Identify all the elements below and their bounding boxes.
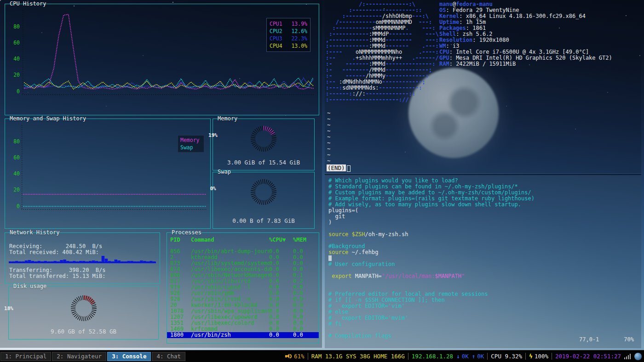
- memory-percent: 19%: [197, 119, 229, 151]
- sort-by-cpu[interactable]: %CPU▼: [269, 237, 293, 243]
- net-up[interactable]: ↑0K: [472, 353, 484, 360]
- terminal-line: RAM: 2422MiB / 15911MiB: [439, 61, 612, 67]
- cpu-legend-row: CPU4 13.0%: [270, 42, 307, 50]
- net-receiving: Receiving: 248.50 B/s: [9, 243, 102, 249]
- separator: [487, 353, 488, 360]
- vim-terminal-window[interactable]: # Which plugins would you like to load?#…: [325, 174, 641, 348]
- process-row[interactable]: 1800 /usr/bin/zsh 0.0 0.0: [167, 332, 319, 338]
- tilde: ~: [327, 158, 330, 164]
- terminal-line: # fi: [328, 321, 535, 327]
- terminal-line: source ~/.fehbg: [328, 249, 535, 255]
- y-tick: 0: [10, 88, 20, 95]
- memory-donut: [247, 123, 280, 155]
- disk-usage-panel: Disk usage 18% 9.60 GB of 52.58 GB: [8, 286, 159, 339]
- y-tick: 80: [10, 138, 20, 145]
- network-history-panel: Network History Receiving: 248.50 B/s To…: [5, 232, 160, 284]
- scroll-percent: 70%: [624, 336, 634, 343]
- globe-icon: [634, 353, 642, 360]
- cpu-load[interactable]: CPU 9.32%: [491, 353, 522, 360]
- clock[interactable]: 2019-02-22 02:51:27: [555, 353, 621, 360]
- up-icon: ↑: [472, 353, 476, 360]
- zshrc-content: # Which plugins would you like to load?#…: [328, 178, 535, 339]
- network-sparkline: [9, 256, 157, 264]
- y-tick: 0: [10, 203, 20, 209]
- net-total-received: Total received: 408.42 MiB:: [9, 249, 99, 255]
- tray-globe[interactable]: [634, 353, 642, 360]
- disk-usage[interactable]: RAM 13.1G SYS 38G HOME 166G: [311, 353, 405, 360]
- memory-caption: 3.00 GiB of 15.54 GiB: [213, 159, 314, 166]
- y-tick: 80: [10, 23, 20, 30]
- terminal-line: # export EDITOR='vim': [328, 303, 535, 309]
- system-monitor-window[interactable]: CPU History 80 60 40 20 0 CPU1 13.9% CPU…: [0, 0, 322, 348]
- bolt-icon: ϟ: [529, 353, 533, 360]
- workspace-button[interactable]: 3: Console: [107, 352, 151, 361]
- net-transferring: Transferring: 398.20 B/s: [9, 267, 106, 273]
- cpu-legend-row: CPU2 12.6%: [270, 28, 307, 35]
- terminal-line: [328, 279, 535, 285]
- separator: [552, 353, 552, 360]
- memswap-panel-title: Memory and Swap History: [8, 115, 87, 122]
- workspace-button[interactable]: 1: Principal: [0, 352, 51, 361]
- workspace-button[interactable]: 4: Chat: [152, 352, 185, 361]
- cpu-panel-title: CPU History: [8, 0, 47, 7]
- signal-icon: [624, 354, 631, 359]
- terminal-line: # export EDITOR='mvim': [328, 315, 535, 321]
- terminal-line: ): [328, 220, 535, 226]
- disk-percent: 18%: [0, 292, 25, 324]
- terminal-line: source $ZSH/oh-my-zsh.sh: [328, 232, 535, 238]
- processes-header: PID Command %CPU▼ %MEM: [167, 237, 319, 243]
- signal[interactable]: [624, 354, 631, 359]
- workspace-list: 1: Principal2: Navigateur3: Console4: Ch…: [0, 351, 186, 362]
- neofetch-terminal-window[interactable]: /:-------------:\ :-------------------::…: [325, 0, 641, 173]
- disk-donut: [68, 292, 100, 324]
- volume[interactable]: 61%: [285, 353, 305, 360]
- pager-end-indicator: (END): [327, 164, 351, 172]
- memory-gauge-panel: Memory 19% 3.00 GiB of 15.54 GiB: [213, 119, 315, 170]
- net-down[interactable]: ↓0K: [456, 353, 469, 360]
- terminal-line: export MANPATH="/usr/local/man:$MANPATH": [328, 273, 535, 279]
- terminal-line: :---------------------://: [326, 97, 439, 103]
- net-total-transferred: Total transferred: 15.13 MiB:: [9, 273, 106, 279]
- memory-swap-history-panel: Memory and Swap History 80 60 40 20 0 Me…: [5, 119, 211, 229]
- terminal-line: # User configuration: [328, 261, 535, 267]
- process-list: 856 /usr/bin/abrt-dump-journ 0.0 0.0 2 k…: [167, 249, 319, 338]
- cpu-legend: CPU1 13.9% CPU2 12.6% CPU3 22.3% CPU4 13…: [266, 18, 310, 52]
- swap-donut: [247, 176, 280, 208]
- y-tick: 60: [10, 154, 20, 161]
- down-icon: ↓: [456, 353, 460, 360]
- processes-panel-title: Processes: [170, 229, 203, 236]
- terminal-line: Resolution: 1920x1080: [439, 37, 612, 43]
- y-tick: 60: [10, 40, 20, 46]
- separator: [408, 353, 408, 360]
- terminal-line: git: [328, 214, 535, 220]
- swap-percent: 0%: [197, 172, 229, 204]
- separator: [308, 353, 308, 360]
- y-tick: 20: [10, 187, 20, 193]
- network-panel-title: Network History: [8, 229, 61, 236]
- ip-address[interactable]: 192.168.1.28: [412, 353, 453, 360]
- separator: [525, 353, 526, 360]
- vim-ruler: 77,0-170%: [579, 336, 634, 343]
- y-tick: 20: [10, 72, 20, 78]
- workspace-button[interactable]: 2: Navigateur: [52, 352, 106, 361]
- swap-caption: 0.00 B of 7.83 GiB: [213, 217, 314, 224]
- disk-caption: 9.60 GB of 52.58 GB: [9, 328, 158, 335]
- processes-panel: Processes PID Command %CPU▼ %MEM 856 /us…: [167, 232, 319, 344]
- cpu-legend-row: CPU3 22.3%: [270, 35, 307, 42]
- terminal-line: plugins=(: [328, 208, 535, 214]
- y-tick: 40: [10, 56, 20, 62]
- y-tick: 40: [10, 170, 20, 177]
- system-info: manu@fedora-manuOS: Fedora 29 TwentyNine…: [439, 1, 612, 67]
- cursor: [347, 165, 351, 172]
- pager-tildes: ~~~~~~~~~: [327, 110, 330, 164]
- cpu-history-panel: CPU History 80 60 40 20 0 CPU1 13.9% CPU…: [5, 4, 319, 115]
- terminal-line: # Add wisely, as too many plugins slow d…: [328, 202, 535, 208]
- fedora-ascii-logo: /:-------------:\ :-------------------::…: [326, 1, 439, 103]
- disk-panel-title: Disk usage: [12, 283, 48, 289]
- cpu-legend-row: CPU1 13.9%: [270, 20, 307, 28]
- terminal-line: # Compilation flags: [328, 333, 535, 339]
- sort-by-mem[interactable]: %MEM: [293, 237, 319, 243]
- battery[interactable]: ϟ100%: [529, 353, 548, 360]
- status-items: 61%RAM 13.1G SYS 38G HOME 166G192.168.1.…: [285, 351, 644, 362]
- swap-gauge-panel: Swap 0% 0.00 B of 7.83 GiB: [213, 172, 315, 229]
